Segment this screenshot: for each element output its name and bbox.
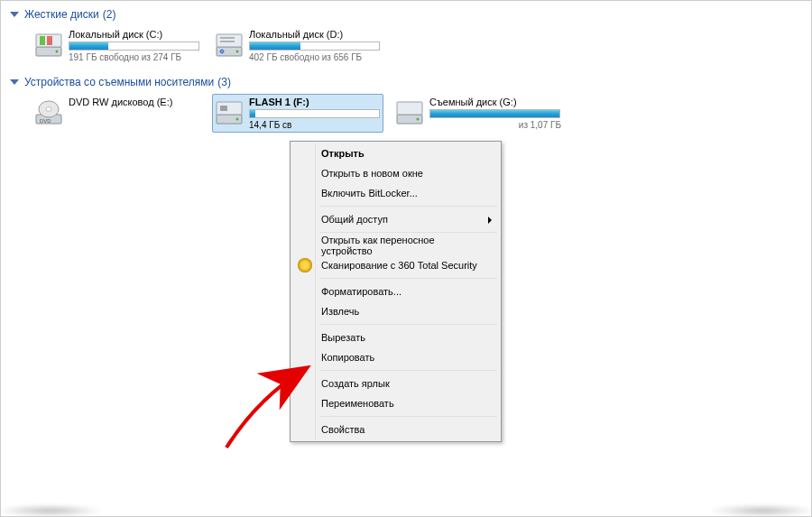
svg-rect-15: [220, 106, 227, 111]
svg-rect-18: [397, 102, 422, 115]
group-header-hdd[interactable]: Жесткие диски (2): [10, 8, 802, 21]
menu-open-new-window[interactable]: Открыть в новом окне: [292, 163, 499, 183]
menu-separator: [319, 278, 497, 279]
svg-text:DVD: DVD: [40, 118, 51, 124]
hdd-icon: [215, 31, 244, 60]
menu-scan-360[interactable]: Сканирование с 360 Total Security: [292, 255, 499, 275]
context-menu: Открыть Открыть в новом окне Включить Bi…: [290, 141, 502, 442]
collapse-icon: [10, 12, 19, 17]
antivirus-icon: [298, 258, 312, 272]
drive-e-dvd[interactable]: DVD DVD RW дисковод (E:): [32, 94, 203, 133]
capacity-text: 191 ГБ свободно из 274 ГБ: [69, 52, 200, 62]
menu-separator: [319, 206, 497, 207]
menu-rename[interactable]: Переименовать: [292, 393, 499, 413]
decor-shadow: [708, 504, 812, 517]
group-count: (2): [103, 8, 116, 21]
capacity-text: 14,4 ГБ св: [249, 120, 381, 130]
hdd-icon: [34, 31, 63, 60]
menu-bitlocker[interactable]: Включить BitLocker...: [292, 183, 499, 203]
svg-rect-7: [220, 41, 235, 42]
drive-label: DVD RW дисковод (E:): [69, 97, 200, 107]
drive-c[interactable]: Локальный диск (C:) 191 ГБ свободно из 2…: [32, 26, 203, 65]
capacity-bar: [429, 109, 560, 118]
svg-point-8: [236, 51, 239, 53]
group-title: Жесткие диски: [24, 8, 99, 21]
removable-disk-icon: [215, 98, 244, 127]
menu-separator: [319, 370, 497, 371]
menu-format[interactable]: Форматировать...: [292, 282, 499, 301]
drive-d[interactable]: Локальный диск (D:) 402 ГБ свободно из 6…: [212, 26, 383, 65]
collapse-icon: [10, 79, 19, 85]
menu-share[interactable]: Общий доступ: [292, 209, 499, 229]
svg-point-11: [46, 107, 51, 112]
menu-open-portable[interactable]: Открыть как переносное устройство: [292, 235, 499, 255]
menu-open[interactable]: Открыть: [292, 143, 499, 163]
capacity-text: 402 ГБ свободно из 656 ГБ: [249, 52, 381, 62]
decor-shadow: [0, 504, 104, 517]
menu-separator: [319, 324, 497, 325]
drive-label: Локальный диск (C:): [69, 29, 200, 40]
svg-rect-6: [220, 37, 235, 39]
drive-label: FLASH 1 (F:): [249, 97, 381, 107]
group-count: (3): [217, 76, 231, 88]
menu-cut[interactable]: Вырезать: [292, 328, 499, 347]
group-header-removable[interactable]: Устройства со съемными носителями (3): [10, 76, 802, 88]
group-title: Устройства со съемными носителями: [24, 76, 214, 88]
menu-properties[interactable]: Свойства: [292, 420, 499, 439]
dvd-icon: DVD: [34, 98, 63, 127]
capacity-bar: [69, 42, 199, 51]
menu-separator: [319, 232, 497, 233]
capacity-text: из 1,07 ГБ: [429, 120, 561, 130]
svg-point-2: [56, 51, 59, 53]
menu-separator: [319, 416, 497, 417]
menu-create-shortcut[interactable]: Создать ярлык: [292, 374, 499, 393]
menu-copy[interactable]: Копировать: [292, 347, 499, 367]
svg-point-5: [220, 50, 224, 53]
drive-f-flash[interactable]: FLASH 1 (F:) 14,4 ГБ св: [212, 94, 383, 133]
drive-label: Локальный диск (D:): [249, 29, 381, 40]
drive-label: Съемный диск (G:): [429, 97, 561, 107]
capacity-bar: [249, 42, 380, 51]
drive-g-removable[interactable]: Съемный диск (G:) из 1,07 ГБ: [392, 94, 564, 133]
capacity-bar: [249, 109, 380, 118]
svg-point-16: [236, 118, 239, 121]
menu-eject[interactable]: Извлечь: [292, 301, 499, 321]
removable-disk-icon: [395, 98, 424, 127]
svg-point-19: [417, 118, 420, 121]
